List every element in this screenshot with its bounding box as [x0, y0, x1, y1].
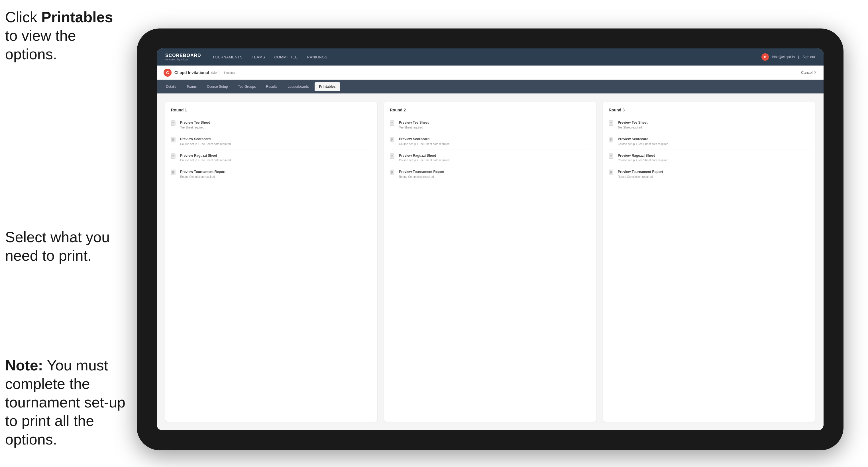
top-nav: SCOREBOARD Powered by clippd TOURNAMENTS…	[157, 49, 824, 65]
cancel-button[interactable]: Cancel ✕	[801, 70, 817, 75]
round2-scorecard-title: Preview Scorecard	[399, 137, 450, 142]
round2-scorecard[interactable]: Preview Scorecard Course setup + Tee She…	[390, 133, 590, 150]
round1-scorecard-title: Preview Scorecard	[180, 137, 230, 142]
document-icon	[609, 137, 614, 144]
round-2-title: Round 2	[390, 108, 590, 112]
round3-tee-sheet[interactable]: Preview Tee Sheet Tee Sheet required	[609, 117, 809, 133]
nav-items: TOURNAMENTS TEAMS COMMITTEE RANKINGS	[213, 54, 762, 60]
tournament-name: Clippd Invitational	[175, 70, 209, 75]
tab-course-setup[interactable]: Course Setup	[202, 82, 232, 91]
document-icon	[171, 120, 177, 127]
round-3-title: Round 3	[609, 108, 809, 112]
round3-raguzzi-subtitle: Course setup + Tee Sheet data required	[618, 158, 668, 162]
round-3-column: Round 3 Preview Tee Sheet Tee Sheet requ…	[603, 102, 815, 422]
round-1-title: Round 1	[171, 108, 372, 112]
tab-tee-groups[interactable]: Tee Groups	[234, 82, 260, 91]
round2-tee-sheet[interactable]: Preview Tee Sheet Tee Sheet required	[390, 117, 590, 133]
round3-tournament-report-title: Preview Tournament Report	[618, 169, 663, 175]
round2-raguzzi-title: Preview Raguzzi Sheet	[399, 153, 450, 158]
document-icon	[390, 169, 396, 176]
document-icon	[609, 169, 614, 176]
document-icon	[609, 153, 614, 160]
round3-scorecard-subtitle: Course setup + Tee Sheet data required	[618, 142, 668, 146]
round2-raguzzi[interactable]: Preview Raguzzi Sheet Course setup + Tee…	[390, 150, 590, 166]
tab-teams[interactable]: Teams	[182, 82, 201, 91]
tab-printables[interactable]: Printables	[315, 82, 340, 91]
round1-tee-sheet-subtitle: Tee Sheet required	[180, 126, 210, 130]
round3-tee-sheet-title: Preview Tee Sheet	[618, 120, 648, 125]
nav-committee[interactable]: COMMITTEE	[274, 54, 298, 60]
round3-raguzzi[interactable]: Preview Raguzzi Sheet Course setup + Tee…	[609, 150, 809, 166]
tab-leaderboards[interactable]: Leaderboards	[283, 82, 313, 91]
round2-tournament-report[interactable]: Preview Tournament Report Round Completi…	[390, 166, 590, 182]
tab-details[interactable]: Details	[161, 82, 181, 91]
round1-tee-sheet-title: Preview Tee Sheet	[180, 120, 210, 125]
document-icon	[171, 137, 177, 144]
round1-scorecard-subtitle: Course setup + Tee Sheet data required	[180, 142, 230, 146]
round3-tournament-report-subtitle: Round Completion required	[618, 175, 663, 179]
nav-teams[interactable]: TEAMS	[252, 54, 265, 60]
nav-rankings[interactable]: RANKINGS	[307, 54, 328, 60]
round3-tee-sheet-subtitle: Tee Sheet required	[618, 126, 648, 130]
document-icon	[609, 120, 614, 127]
scoreboard-logo: SCOREBOARD Powered by clippd	[165, 53, 201, 61]
round2-tournament-report-subtitle: Round Completion required	[399, 175, 444, 179]
round2-tournament-report-title: Preview Tournament Report	[399, 169, 444, 175]
round1-tournament-report-subtitle: Round Completion required	[180, 175, 225, 179]
round1-raguzzi-title: Preview Raguzzi Sheet	[180, 153, 230, 158]
instruction-bottom: Note: You must complete the tournament s…	[5, 356, 133, 449]
document-icon	[390, 137, 396, 144]
round1-tournament-report[interactable]: Preview Tournament Report Round Completi…	[171, 166, 372, 182]
nav-right: B blair@clippd.io | Sign out	[762, 53, 815, 61]
tab-results[interactable]: Results	[261, 82, 282, 91]
logo-title: SCOREBOARD	[165, 53, 201, 58]
tab-bar: Details Teams Course Setup Tee Groups Re…	[157, 80, 824, 93]
tablet-frame: SCOREBOARD Powered by clippd TOURNAMENTS…	[137, 29, 843, 450]
round1-raguzzi-subtitle: Course setup + Tee Sheet data required	[180, 158, 230, 162]
instruction-middle: Select what you need to print.	[5, 228, 125, 265]
round2-scorecard-subtitle: Course setup + Tee Sheet data required	[399, 142, 450, 146]
round-2-column: Round 2 Preview Tee Sheet Tee Sheet requ…	[384, 102, 596, 422]
round2-tee-sheet-subtitle: Tee Sheet required	[399, 126, 429, 130]
sign-out-link[interactable]: Sign out	[802, 55, 815, 59]
round3-scorecard[interactable]: Preview Scorecard Course setup + Tee She…	[609, 133, 809, 150]
round2-tee-sheet-title: Preview Tee Sheet	[399, 120, 429, 125]
logo-sub: Powered by clippd	[165, 58, 201, 61]
round3-scorecard-title: Preview Scorecard	[618, 137, 668, 142]
document-icon	[171, 169, 177, 176]
round1-tee-sheet[interactable]: Preview Tee Sheet Tee Sheet required	[171, 117, 372, 133]
document-icon	[390, 120, 396, 127]
tournament-bar: C Clippd Invitational (Men) Hosting Canc…	[157, 65, 824, 80]
round1-raguzzi[interactable]: Preview Raguzzi Sheet Course setup + Tee…	[171, 150, 372, 166]
round1-scorecard[interactable]: Preview Scorecard Course setup + Tee She…	[171, 133, 372, 150]
nav-avatar: B	[762, 53, 769, 61]
round3-raguzzi-title: Preview Raguzzi Sheet	[618, 153, 668, 158]
tournament-logo: C	[163, 69, 172, 76]
round-1-column: Round 1 Preview Tee Sheet Tee Sheet requ…	[165, 102, 377, 422]
main-content: Round 1 Preview Tee Sheet Tee Sheet requ…	[157, 93, 824, 430]
round3-tournament-report[interactable]: Preview Tournament Report Round Completi…	[609, 166, 809, 182]
tournament-badge: (Men)	[211, 71, 219, 74]
document-icon	[171, 153, 177, 160]
instruction-top: Click Printables to view the options.	[5, 8, 125, 64]
nav-user-email: blair@clippd.io	[772, 55, 795, 59]
document-icon	[390, 153, 396, 160]
tablet-screen: SCOREBOARD Powered by clippd TOURNAMENTS…	[157, 49, 824, 430]
round1-tournament-report-title: Preview Tournament Report	[180, 169, 225, 175]
nav-tournaments[interactable]: TOURNAMENTS	[213, 54, 243, 60]
round2-raguzzi-subtitle: Course setup + Tee Sheet data required	[399, 158, 450, 162]
tournament-status: Hosting	[224, 71, 235, 74]
